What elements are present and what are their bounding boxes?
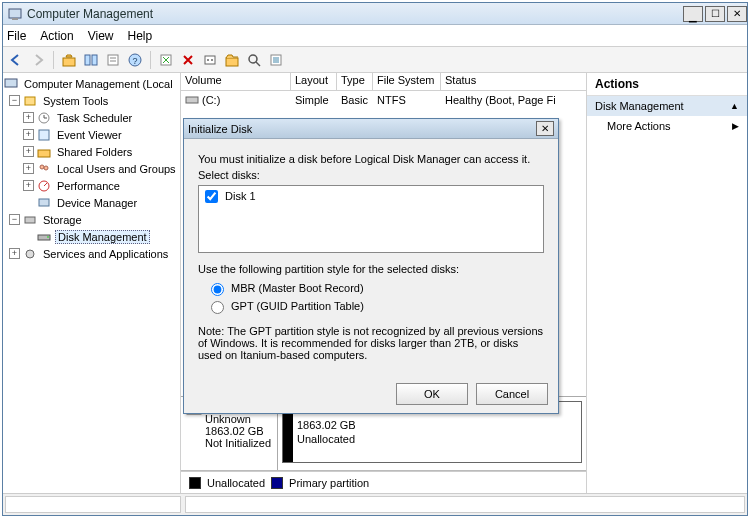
back-icon[interactable] <box>7 51 25 69</box>
swatch-unallocated <box>189 477 201 489</box>
dialog-title-text: Initialize Disk <box>188 123 534 135</box>
dialog-buttons: OK Cancel <box>184 375 558 413</box>
action-more[interactable]: More Actions ▶ <box>587 116 747 136</box>
svg-rect-33 <box>25 217 35 223</box>
chevron-up-icon: ▲ <box>730 101 739 111</box>
expand-icon[interactable]: + <box>23 129 34 140</box>
services-icon <box>22 247 38 261</box>
expand-icon[interactable]: + <box>23 146 34 157</box>
expand-icon[interactable]: + <box>23 180 34 191</box>
svg-rect-32 <box>39 199 49 206</box>
col-volume[interactable]: Volume <box>181 73 291 90</box>
expand-icon[interactable]: + <box>23 163 34 174</box>
up-icon[interactable] <box>60 51 78 69</box>
statusbar <box>3 493 747 515</box>
col-layout[interactable]: Layout <box>291 73 337 90</box>
delete-icon[interactable] <box>179 51 197 69</box>
tree-system-tools[interactable]: − System Tools <box>3 92 180 109</box>
col-filesystem[interactable]: File System <box>373 73 441 90</box>
app-icon <box>7 6 23 22</box>
disk-icon <box>36 230 52 244</box>
computer-icon <box>3 77 19 91</box>
tree-performance[interactable]: + Performance <box>3 177 180 194</box>
tree-shared-folders[interactable]: + Shared Folders <box>3 143 180 160</box>
volume-list-header: Volume Layout Type File System Status <box>181 73 586 91</box>
close-button[interactable]: ✕ <box>727 6 747 22</box>
expand-icon[interactable]: + <box>23 112 34 123</box>
tree-local-users[interactable]: + Local Users and Groups <box>3 160 180 177</box>
collapse-icon[interactable]: − <box>9 214 20 225</box>
dialog-intro-text: You must initialize a disk before Logica… <box>198 153 544 165</box>
menu-action[interactable]: Action <box>40 29 73 43</box>
menu-view[interactable]: View <box>88 29 114 43</box>
disk-checkbox-1[interactable]: Disk 1 <box>201 188 541 204</box>
ok-button[interactable]: OK <box>396 383 468 405</box>
cancel-button[interactable]: Cancel <box>476 383 548 405</box>
maximize-button[interactable]: ☐ <box>705 6 725 22</box>
svg-point-36 <box>26 250 34 258</box>
initialize-disk-dialog: Initialize Disk ✕ You must initialize a … <box>183 118 559 414</box>
legend: Unallocated Primary partition <box>181 471 586 493</box>
svg-rect-5 <box>108 55 118 65</box>
svg-point-12 <box>207 59 209 61</box>
svg-rect-26 <box>39 130 49 140</box>
tree-task-scheduler[interactable]: + Task Scheduler <box>3 109 180 126</box>
search-icon[interactable] <box>245 51 263 69</box>
users-icon <box>36 162 52 176</box>
swatch-primary <box>271 477 283 489</box>
tree-storage[interactable]: − Storage <box>3 211 180 228</box>
partition-style-label: Use the following partition style for th… <box>198 263 544 275</box>
storage-icon <box>22 213 38 227</box>
menubar: File Action View Help <box>3 25 747 47</box>
status-cell-1 <box>5 496 181 513</box>
tree-disk-management[interactable]: Disk Management <box>3 228 180 245</box>
svg-point-13 <box>211 59 213 61</box>
help-icon[interactable]: ? <box>126 51 144 69</box>
tree-root[interactable]: Computer Management (Local <box>3 75 180 92</box>
status-cell-2 <box>185 496 745 513</box>
list-icon[interactable] <box>267 51 285 69</box>
settings-icon[interactable] <box>201 51 219 69</box>
svg-rect-27 <box>38 150 50 157</box>
forward-icon[interactable] <box>29 51 47 69</box>
col-type[interactable]: Type <box>337 73 373 90</box>
properties-icon[interactable] <box>104 51 122 69</box>
titlebar: Computer Management ▁ ☐ ✕ <box>3 3 747 25</box>
disk1-checkbox[interactable] <box>205 190 218 203</box>
explorer-icon[interactable] <box>223 51 241 69</box>
svg-rect-0 <box>9 9 21 18</box>
col-status[interactable]: Status <box>441 73 586 90</box>
menu-help[interactable]: Help <box>128 29 153 43</box>
collapse-icon[interactable]: − <box>9 95 20 106</box>
svg-rect-37 <box>186 97 198 103</box>
partition-style-radios: MBR (Master Boot Record) GPT (GUID Parti… <box>198 279 544 315</box>
nav-tree[interactable]: Computer Management (Local − System Tool… <box>3 73 181 493</box>
minimize-button[interactable]: ▁ <box>683 6 703 22</box>
tools-icon <box>22 94 38 108</box>
volume-row-c[interactable]: (C:) Simple Basic NTFS Healthy (Boot, Pa… <box>181 91 586 109</box>
actions-pane: Actions Disk Management ▲ More Actions ▶ <box>587 73 747 493</box>
svg-rect-3 <box>85 55 90 65</box>
svg-rect-14 <box>226 58 238 66</box>
actions-header: Actions <box>587 73 747 96</box>
separator <box>150 51 151 69</box>
radio-gpt[interactable]: GPT (GUID Partition Table) <box>206 297 544 315</box>
drive-icon <box>185 94 199 106</box>
window-title: Computer Management <box>27 7 681 21</box>
action-disk-management[interactable]: Disk Management ▲ <box>587 96 747 116</box>
dialog-close-button[interactable]: ✕ <box>536 121 554 136</box>
device-icon <box>36 196 52 210</box>
separator <box>53 51 54 69</box>
svg-rect-4 <box>92 55 97 65</box>
disk-listbox[interactable]: Disk 1 <box>198 185 544 253</box>
tree-device-manager[interactable]: Device Manager <box>3 194 180 211</box>
menu-file[interactable]: File <box>7 29 26 43</box>
show-hide-icon[interactable] <box>82 51 100 69</box>
tree-services[interactable]: + Services and Applications <box>3 245 180 262</box>
refresh-icon[interactable] <box>157 51 175 69</box>
expand-icon[interactable]: + <box>9 248 20 259</box>
radio-mbr[interactable]: MBR (Master Boot Record) <box>206 279 544 297</box>
toolbar: ? <box>3 47 747 73</box>
tree-event-viewer[interactable]: + Event Viewer <box>3 126 180 143</box>
svg-rect-2 <box>63 58 75 66</box>
